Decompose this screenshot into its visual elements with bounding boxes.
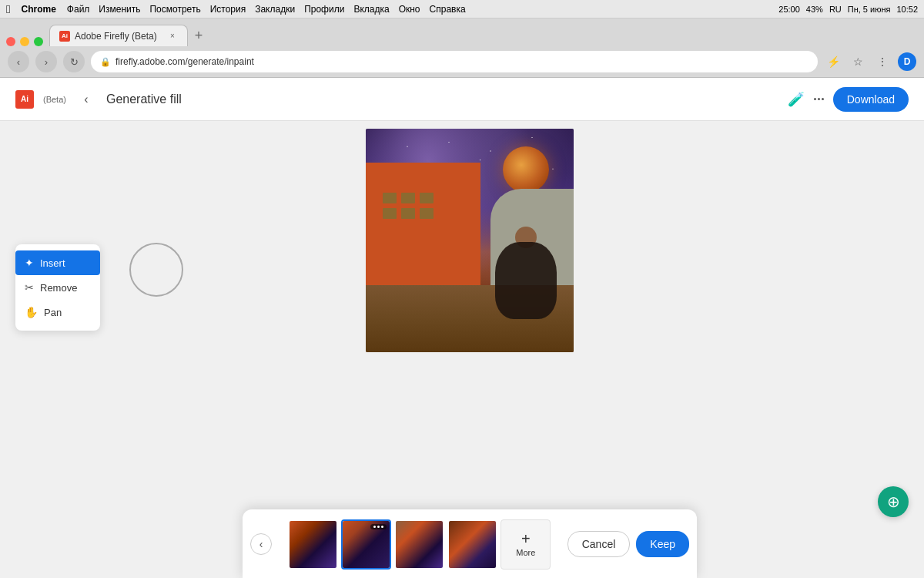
tool-remove[interactable]: ✂ Remove <box>15 275 100 300</box>
thumbnails-strip: ‹ <box>243 509 697 578</box>
tab-title: Adobe Firefly (Beta) <box>75 31 157 42</box>
tool-insert-label: Insert <box>40 257 65 269</box>
menu-bookmarks[interactable]: Закладки <box>255 4 295 15</box>
bookmark-icon[interactable]: ☆ <box>849 52 867 71</box>
thumbnails-list: + More <box>276 519 563 570</box>
thumbnail-3[interactable] <box>394 519 444 570</box>
planet-decoration <box>503 146 549 193</box>
chatgpt-floating-btn[interactable]: ⊕ <box>878 486 909 517</box>
strip-actions: Cancel Keep <box>567 531 689 557</box>
traffic-light-close[interactable] <box>6 37 15 46</box>
more-label: More <box>516 548 535 557</box>
browser-tab-active[interactable]: Ai Adobe Firefly (Beta) × <box>49 25 188 46</box>
more-options-btn[interactable] <box>814 98 824 100</box>
page-title: Generative fill <box>106 92 182 106</box>
tool-insert[interactable]: ✦ Insert <box>15 250 100 275</box>
adobe-logo: Ai <box>15 90 34 109</box>
back-btn[interactable]: ‹ <box>8 51 29 72</box>
menu-file[interactable]: Файл <box>67 4 90 15</box>
tab-favicon: Ai <box>59 31 70 42</box>
nav-right-icons: ⚡ ☆ ⋮ D <box>824 52 916 71</box>
menu-edit[interactable]: Изменить <box>99 4 140 15</box>
more-plus-icon: + <box>521 531 531 546</box>
thumb-dot-1 <box>373 526 376 528</box>
main-canvas-area: ✦ Insert ✂ Remove ✋ Pan <box>0 121 924 578</box>
nav-bar: ‹ › ↻ 🔒 firefly.adobe.com/generate/inpai… <box>0 46 924 77</box>
tab-bar: Ai Adobe Firefly (Beta) × + <box>0 18 924 46</box>
cancel-button[interactable]: Cancel <box>567 531 631 557</box>
person-silhouette <box>495 242 557 319</box>
thumbnail-2[interactable] <box>341 519 391 570</box>
thumb-options-dots[interactable] <box>370 524 387 529</box>
profile-avatar[interactable]: D <box>898 52 916 71</box>
address-bar[interactable]: 🔒 firefly.adobe.com/generate/inpaint <box>91 51 818 72</box>
menu-help[interactable]: Справка <box>430 4 466 15</box>
thumbnail-more-btn[interactable]: + More <box>500 519 551 570</box>
apple-icon:  <box>6 2 10 15</box>
url-text: firefly.adobe.com/generate/inpaint <box>116 56 254 67</box>
brush-cursor <box>129 243 183 297</box>
menu-tab[interactable]: Вкладка <box>353 4 389 15</box>
extensions-icon[interactable]: ⚡ <box>824 52 842 71</box>
mac-menubar:  Chrome Файл Изменить Посмотреть Истори… <box>0 0 924 18</box>
labs-icon[interactable]: 🧪 <box>788 91 805 108</box>
tool-panel: ✦ Insert ✂ Remove ✋ Pan <box>15 244 100 331</box>
reload-btn[interactable]: ↻ <box>63 51 85 72</box>
tool-pan-label: Pan <box>44 307 62 318</box>
tool-remove-label: Remove <box>40 282 77 294</box>
menu-history[interactable]: История <box>210 4 246 15</box>
tool-pan[interactable]: ✋ Pan <box>15 300 100 324</box>
thumb-image-4 <box>449 521 496 568</box>
menu-profiles[interactable]: Профили <box>304 4 344 15</box>
canvas-image <box>366 129 574 352</box>
menu-items: Файл Изменить Посмотреть История Закладк… <box>67 4 466 15</box>
person-body <box>495 242 557 319</box>
thumb-dot-2 <box>377 526 380 528</box>
menubar-clock: 10:52 <box>896 5 918 14</box>
keep-button[interactable]: Keep <box>636 531 689 557</box>
thumbnail-1[interactable] <box>288 519 338 570</box>
back-navigation-btn[interactable]: ‹ <box>75 89 97 110</box>
thumb-dot-3 <box>381 526 383 528</box>
header-right: 🧪 Download <box>788 87 909 112</box>
chatgpt-icon: ⊕ <box>887 492 900 511</box>
lock-icon: 🔒 <box>100 57 111 67</box>
building-decoration <box>366 163 480 286</box>
traffic-lights[interactable] <box>6 37 43 46</box>
canvas-image-inner <box>366 129 574 352</box>
menu-view[interactable]: Посмотреть <box>149 4 200 15</box>
pan-icon: ✋ <box>25 306 38 318</box>
tab-close-btn[interactable]: × <box>167 31 178 42</box>
menubar-battery: 43% <box>806 5 823 14</box>
app-header: Ai (Beta) ‹ Generative fill 🧪 Download <box>0 78 924 121</box>
insert-icon: ✦ <box>25 257 34 269</box>
menubar-lang: RU <box>829 5 842 14</box>
menubar-date: Пн, 5 июня <box>848 5 891 14</box>
download-button[interactable]: Download <box>833 87 909 112</box>
browser-chrome: Ai Adobe Firefly (Beta) × + ‹ › ↻ 🔒 fire… <box>0 18 924 78</box>
traffic-light-minimize[interactable] <box>20 37 29 46</box>
menubar-right: 25:00 43% RU Пн, 5 июня 10:52 <box>778 5 918 14</box>
menubar-time-countdown: 25:00 <box>778 5 800 14</box>
more-nav-icon[interactable]: ⋮ <box>873 52 892 71</box>
building-windows <box>383 193 434 219</box>
app-name: Chrome <box>21 4 55 15</box>
forward-btn[interactable]: › <box>35 51 57 72</box>
traffic-light-fullscreen[interactable] <box>34 37 43 46</box>
new-tab-btn[interactable]: + <box>188 25 209 46</box>
beta-badge: (Beta) <box>43 95 66 104</box>
thumb-image-1 <box>290 521 336 568</box>
thumbnail-4[interactable] <box>447 519 497 570</box>
thumbnails-prev-btn[interactable]: ‹ <box>250 533 272 555</box>
menu-window[interactable]: Окно <box>399 4 420 15</box>
thumb-image-3 <box>396 521 443 568</box>
remove-icon: ✂ <box>25 281 34 294</box>
